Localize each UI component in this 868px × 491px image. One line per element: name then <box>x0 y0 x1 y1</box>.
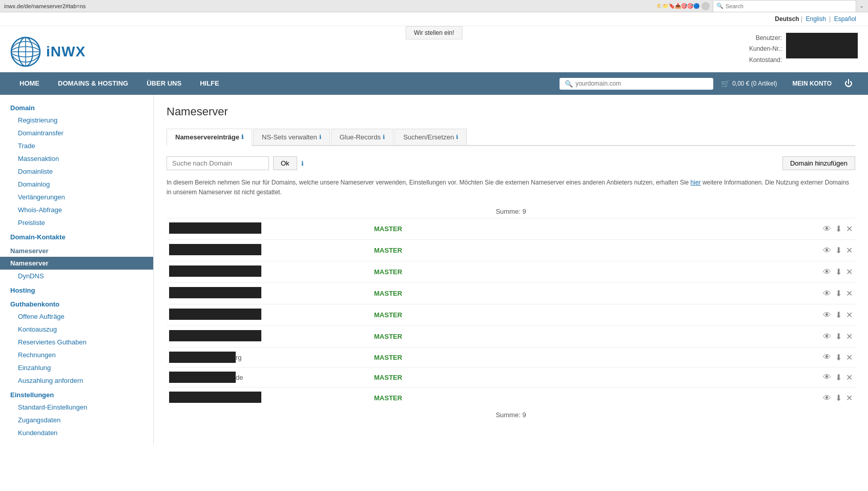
view-icon[interactable]: 👁 <box>823 353 831 362</box>
add-domain-button[interactable]: Domain hinzufügen <box>782 156 855 170</box>
nav-search-box[interactable]: 🔍 <box>560 78 713 90</box>
user-labels: Benutzer: Kunden-Nr.: Kontostand: <box>749 33 782 66</box>
view-icon[interactable]: 👁 <box>823 246 831 255</box>
view-icon[interactable]: 👁 <box>823 332 831 341</box>
sidebar-item-kontoauszug[interactable]: Kontoauszug <box>0 323 153 336</box>
info-link[interactable]: hier <box>691 179 701 186</box>
search-ok-button[interactable]: Ok <box>273 156 297 170</box>
domain-cell <box>167 218 371 240</box>
type-cell: MASTER <box>371 283 608 304</box>
browser-search-box[interactable]: 🔍 <box>713 0 856 12</box>
view-icon[interactable]: 👁 <box>823 373 831 382</box>
download-icon[interactable]: ⬇ <box>835 310 842 320</box>
type-cell: MASTER <box>371 261 608 283</box>
download-icon[interactable]: ⬇ <box>835 332 842 341</box>
download-icon[interactable]: ⬇ <box>835 353 842 362</box>
sidebar-item-offene-auftraege[interactable]: Offene Aufträge <box>0 310 153 323</box>
tab-info-icon-3: ℹ <box>456 134 458 140</box>
download-icon[interactable]: ⬇ <box>835 393 842 403</box>
sidebar-item-whois[interactable]: Whois-Abfrage <box>0 203 153 216</box>
actions-cell: 👁 ⬇ ✕ <box>608 367 855 387</box>
download-icon[interactable]: ⬇ <box>835 373 842 382</box>
nav-ueber-uns[interactable]: ÜBER UNS <box>137 72 191 95</box>
type-cell: MASTER <box>371 218 608 240</box>
sidebar-item-dyndns[interactable]: DynDNS <box>0 270 153 282</box>
delete-icon[interactable]: ✕ <box>846 310 853 320</box>
browser-search-input[interactable] <box>726 3 853 9</box>
nav-hilfe[interactable]: HILFE <box>191 72 229 95</box>
table-row: MASTER 👁 ⬇ ✕ <box>167 326 855 347</box>
tab-glue-records[interactable]: Glue-Records ℹ <box>331 129 394 145</box>
download-icon[interactable]: ⬇ <box>835 267 842 277</box>
delete-icon[interactable]: ✕ <box>846 393 853 403</box>
download-icon[interactable]: ⬇ <box>835 246 842 255</box>
domain-cell <box>167 326 371 347</box>
view-icon[interactable]: 👁 <box>823 289 831 298</box>
delete-icon[interactable]: ✕ <box>846 267 853 277</box>
browser-url: inwx.de/de/nameserver2#tab=ns <box>4 3 86 9</box>
type-cell: MASTER <box>371 240 608 261</box>
view-icon[interactable]: 👁 <box>823 311 831 320</box>
sum-row-bottom: Summe: 9 <box>167 408 855 421</box>
lang-english[interactable]: English <box>805 15 825 23</box>
sidebar-item-domainlog[interactable]: Domainlog <box>0 178 153 191</box>
download-icon[interactable]: ⬇ <box>835 224 842 234</box>
table-row: MASTER 👁 ⬇ ✕ <box>167 387 855 409</box>
sidebar-item-verlaengerungen[interactable]: Verlängerungen <box>0 191 153 203</box>
sidebar-item-trade[interactable]: Trade <box>0 139 153 152</box>
sidebar-item-zugangsdaten[interactable]: Zugangsdaten <box>0 414 153 426</box>
tab-suchen-ersetzen[interactable]: Suchen/Ersetzen ℹ <box>395 129 467 145</box>
domain-cell <box>167 304 371 326</box>
sidebar-item-einzahlung[interactable]: Einzahlung <box>0 361 153 374</box>
delete-icon[interactable]: ✕ <box>846 353 853 362</box>
tab-nameservereintraege[interactable]: Nameservereinträge ℹ <box>167 129 252 146</box>
hiring-banner: Wir stellen ein! <box>406 26 463 39</box>
type-cell: MASTER <box>371 387 608 409</box>
sum-row-top: Summe: 9 <box>167 205 855 218</box>
nav-account[interactable]: MEIN KONTO <box>785 72 839 95</box>
sidebar-item-rechnungen[interactable]: Rechnungen <box>0 349 153 361</box>
tab-ns-sets[interactable]: NS-Sets verwalten ℹ <box>253 129 330 145</box>
sidebar-item-massenaktion[interactable]: Massenaktion <box>0 152 153 165</box>
delete-icon[interactable]: ✕ <box>846 373 853 382</box>
download-icon[interactable]: ⬇ <box>835 289 842 298</box>
info-text: In diesem Bereich nehmen Sie nur für Dom… <box>167 178 855 197</box>
domain-search-input[interactable] <box>167 156 269 170</box>
delete-icon[interactable]: ✕ <box>846 224 853 234</box>
browser-bar: inwx.de/de/nameserver2#tab=ns 🌤️📁🔖📥🎯🎯🔵 🔍… <box>0 0 868 12</box>
nav-domain-search[interactable] <box>575 80 708 87</box>
actions-cell: 👁 ⬇ ✕ <box>608 283 855 304</box>
sidebar-item-reserviertes-guthaben[interactable]: Reserviertes Guthaben <box>0 336 153 349</box>
lang-espanol[interactable]: Español <box>834 15 856 23</box>
sidebar-item-domaintransfer[interactable]: Domaintransfer <box>0 127 153 139</box>
sidebar-item-domainliste[interactable]: Domainliste <box>0 165 153 178</box>
sidebar-category-nameserver: Nameserver <box>0 243 153 257</box>
delete-icon[interactable]: ✕ <box>846 289 853 298</box>
sidebar-item-kundendaten[interactable]: Kundendaten <box>0 426 153 439</box>
type-cell: MASTER <box>371 367 608 387</box>
delete-icon[interactable]: ✕ <box>846 246 853 255</box>
lang-deutsch[interactable]: Deutsch <box>775 15 799 23</box>
actions-cell: 👁 ⬇ ✕ <box>608 240 855 261</box>
main-layout: Domain Registrierung Domaintransfer Trad… <box>0 95 868 444</box>
logo-area: iNWX <box>10 36 86 67</box>
domain-cell: de <box>167 367 371 387</box>
search-info-icon: ℹ <box>301 160 304 167</box>
logo-text: iNWX <box>46 44 86 60</box>
nav-power-btn[interactable]: ⏻ <box>839 72 858 95</box>
view-icon[interactable]: 👁 <box>823 224 831 234</box>
table-row: MASTER 👁 ⬇ ✕ <box>167 283 855 304</box>
sidebar-item-registrierung[interactable]: Registrierung <box>0 114 153 127</box>
nav-home[interactable]: HOME <box>10 72 49 95</box>
actions-cell: 👁 ⬇ ✕ <box>608 387 855 409</box>
view-icon[interactable]: 👁 <box>823 268 831 277</box>
view-icon[interactable]: 👁 <box>823 394 831 403</box>
sidebar-item-nameserver-active[interactable]: Nameserver <box>0 257 153 270</box>
sidebar-item-preisliste[interactable]: Preisliste <box>0 216 153 229</box>
nav-domains-hosting[interactable]: DOMAINS & HOSTING <box>49 72 137 95</box>
sidebar-item-auszahlung[interactable]: Auszahlung anfordern <box>0 374 153 387</box>
delete-icon[interactable]: ✕ <box>846 332 853 341</box>
nav-cart[interactable]: 🛒 0,00 € (0 Artikel) <box>713 72 784 95</box>
browser-nav-btn: ⌄ <box>859 3 864 9</box>
sidebar-item-standard-einstellungen[interactable]: Standard-Einstellungen <box>0 401 153 414</box>
